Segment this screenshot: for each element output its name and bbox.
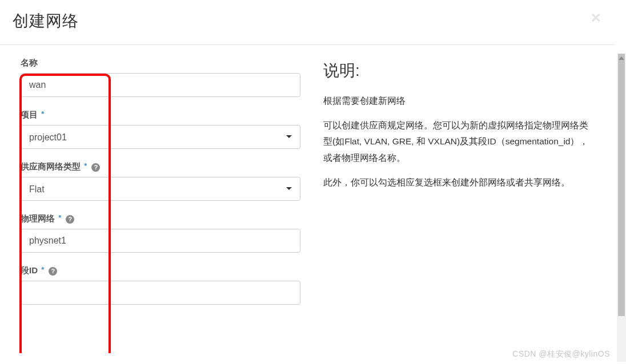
close-icon[interactable]: × (591, 9, 601, 26)
modal-body: 名称 项目 * project01 (0, 45, 615, 353)
form-group-segment-id: 段ID * ? (21, 265, 300, 305)
description-column: 说明: 根据需要创建新网络 可以创建供应商规定网络。您可以为新的虚拟网络指定物理… (323, 58, 594, 353)
segment-id-label: 段ID * ? (21, 265, 300, 276)
form-group-name: 名称 (21, 58, 300, 97)
form-group-provider-type: 供应商网络类型 * ? Flat (21, 161, 300, 201)
physical-network-label: 物理网络 * ? (21, 213, 300, 224)
provider-type-label: 供应商网络类型 * ? (21, 161, 300, 172)
segment-id-input[interactable] (21, 281, 300, 305)
form-group-physical-network: 物理网络 * ? (21, 213, 300, 253)
scrollbar-track[interactable] (617, 54, 626, 362)
form-group-project: 项目 * project01 (21, 110, 300, 149)
segment-id-label-text: 段ID (21, 265, 38, 275)
provider-type-label-text: 供应商网络类型 (21, 161, 81, 171)
required-star-icon: * (84, 161, 87, 170)
name-input[interactable] (21, 73, 300, 97)
project-select[interactable]: project01 (21, 125, 300, 149)
scroll-up-icon[interactable] (617, 54, 626, 63)
provider-type-select-wrapper: Flat (21, 177, 300, 201)
create-network-modal: 创建网络 × 名称 项目 * project01 (0, 0, 615, 353)
help-icon[interactable]: ? (49, 267, 57, 276)
form-column: 名称 项目 * project01 (21, 58, 300, 353)
help-icon[interactable]: ? (91, 163, 100, 172)
required-star-icon: * (41, 110, 44, 118)
physical-network-label-text: 物理网络 (21, 213, 55, 223)
project-label-text: 项目 (21, 110, 38, 119)
modal-title: 创建网络 (13, 10, 79, 32)
description-p3: 此外，你可以勾选相应复选框来创建外部网络或者共享网络。 (323, 175, 594, 191)
description-p2: 可以创建供应商规定网络。您可以为新的虚拟网络指定物理网络类型(如Flat, VL… (323, 118, 594, 167)
description-title: 说明: (323, 60, 594, 82)
required-star-icon: * (58, 213, 61, 222)
required-star-icon: * (41, 265, 44, 274)
watermark: CSDN @桂安俊@kylinOS (512, 349, 610, 359)
project-label: 项目 * (21, 110, 300, 120)
description-p1: 根据需要创建新网络 (323, 93, 594, 110)
help-icon[interactable]: ? (66, 215, 74, 224)
modal-header: 创建网络 × (0, 0, 615, 45)
name-label: 名称 (21, 58, 300, 68)
physical-network-input[interactable] (21, 229, 300, 253)
scrollbar-thumb[interactable] (618, 54, 625, 316)
project-select-wrapper: project01 (21, 125, 300, 149)
provider-type-select[interactable]: Flat (21, 177, 300, 201)
